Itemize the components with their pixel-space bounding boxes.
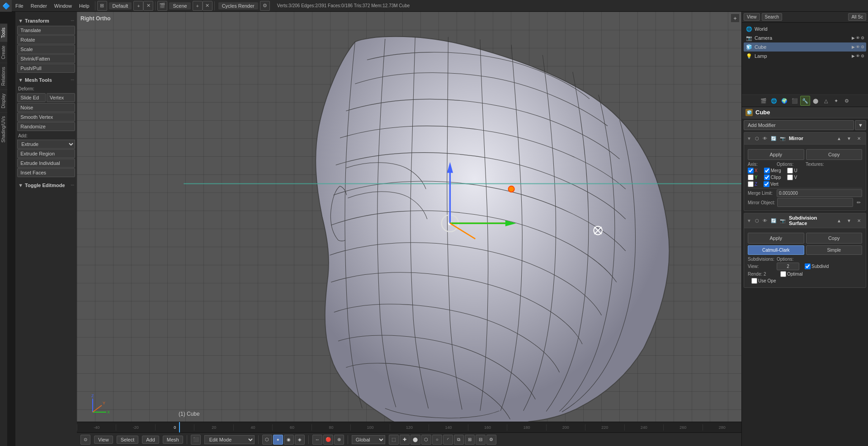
menu-window[interactable]: Window	[51, 0, 75, 12]
object-prop-icon[interactable]: ⬛	[790, 96, 800, 106]
scene-add-icon[interactable]: +	[193, 1, 203, 11]
render-prop-icon[interactable]: 🎬	[759, 96, 769, 106]
prop-icon[interactable]: ○	[432, 435, 442, 445]
outliner-item-cube[interactable]: 🧊 Cube ▶ 👁 ⚙	[744, 42, 866, 52]
left-tab-shading[interactable]: Shading/UVs	[0, 112, 7, 146]
rotate-btn[interactable]: Rotate	[17, 35, 75, 44]
data-prop-icon[interactable]: △	[821, 96, 831, 106]
pivot-icon[interactable]: ⊕	[334, 435, 344, 445]
shrink-fatten-btn[interactable]: Shrink/Fatten	[17, 54, 75, 63]
outliner-item-world[interactable]: 🌐 World	[744, 24, 866, 33]
right-view-btn[interactable]: View	[744, 13, 760, 21]
push-pull-btn[interactable]: Push/Pull	[17, 64, 75, 73]
subd-up-btn[interactable]: ▲	[835, 216, 843, 225]
catmull-clark-btn[interactable]: Catmull-Clark	[748, 245, 804, 255]
right-all-scenes-btn[interactable]: All Sc	[848, 13, 866, 21]
remove-layout-icon[interactable]: ✕	[143, 1, 153, 11]
u-checkbox[interactable]	[787, 168, 793, 174]
mirror-icon[interactable]: ⊟	[476, 435, 486, 445]
mirror-up-btn[interactable]: ▲	[835, 134, 843, 142]
manipulate-icon[interactable]: ✚	[400, 435, 410, 445]
mirror-object-value[interactable]	[777, 198, 853, 207]
randomize-btn[interactable]: Randomize	[17, 122, 75, 131]
left-tab-tools[interactable]: Tools	[0, 23, 7, 42]
rendered-icon[interactable]: ◈	[295, 435, 305, 445]
texture-icon[interactable]: ◉	[284, 435, 294, 445]
merge-limit-value[interactable]: 0.001000	[777, 189, 862, 197]
vertex-btn[interactable]: Vertex	[47, 93, 75, 102]
subd-copy-btn[interactable]: Copy	[806, 233, 863, 244]
smooth-vertex-btn[interactable]: Smooth Vertex	[17, 113, 75, 122]
scale-btn[interactable]: Scale	[17, 45, 75, 54]
outliner-item-camera[interactable]: 📷 Camera ▶ 👁 ⚙	[744, 33, 866, 42]
overlay-icon[interactable]: ⊞	[465, 435, 475, 445]
settings-icon[interactable]: ⚙	[486, 435, 496, 445]
layout-selector[interactable]: Default	[109, 2, 132, 9]
subd-down-btn[interactable]: ▼	[845, 216, 853, 225]
loop-icon[interactable]: ⬡	[421, 435, 431, 445]
scene-prop-icon[interactable]: 🌐	[769, 96, 779, 106]
mirror-close-btn[interactable]: ✕	[855, 134, 863, 142]
add-layout-icon[interactable]: +	[133, 1, 143, 11]
pivot-selector[interactable]: Global	[352, 435, 385, 444]
prop-falloff-icon[interactable]: ◜	[443, 435, 453, 445]
right-search-btn[interactable]: Search	[762, 13, 783, 21]
engine-selector[interactable]: Cycles Render	[218, 2, 258, 9]
clipping-checkbox[interactable]	[764, 174, 770, 180]
left-tab-display[interactable]: Display	[0, 89, 7, 112]
viewport[interactable]: Right Ortho Z X Y (1) Cube + -40	[77, 12, 741, 446]
slide-ed-btn[interactable]: Slide Ed	[17, 93, 46, 102]
noise-btn[interactable]: Noise	[17, 103, 75, 112]
scene-selector[interactable]: Scene	[169, 2, 190, 9]
transform-icon[interactable]: ↔	[312, 435, 322, 445]
menu-help[interactable]: Help	[75, 0, 93, 12]
inset-faces-btn[interactable]: Inset Faces	[17, 168, 75, 177]
modifier-prop-icon[interactable]: 🔧	[800, 96, 810, 106]
render-icon[interactable]: 🎬	[157, 1, 167, 11]
viewport-type-icon[interactable]: ⊙	[80, 435, 90, 445]
mode-selector[interactable]: Edit Mode Object Mode	[204, 435, 255, 444]
mirror-copy-btn[interactable]: Copy	[806, 149, 863, 160]
mesh-tools-header[interactable]: ▼ Mesh Tools ···	[17, 75, 75, 85]
merge-checkbox[interactable]	[764, 168, 770, 174]
physics-prop-icon[interactable]: ⚙	[842, 96, 852, 106]
viewport-add-btn[interactable]: +	[731, 14, 740, 23]
scene-remove-icon[interactable]: ✕	[203, 1, 212, 11]
manipulator-icon[interactable]: ⬚	[389, 435, 399, 445]
extrude-region-btn[interactable]: Extrude Region	[17, 149, 75, 158]
menu-file[interactable]: File	[12, 0, 27, 12]
mirror-down-btn[interactable]: ▼	[845, 134, 853, 142]
z-axis-checkbox[interactable]	[748, 181, 754, 187]
subd-apply-btn[interactable]: Apply	[748, 233, 804, 244]
simple-btn[interactable]: Simple	[806, 245, 863, 255]
useope-checkbox[interactable]	[751, 278, 757, 284]
subd-close-btn[interactable]: ✕	[855, 216, 863, 225]
left-tab-relations[interactable]: Relations	[0, 63, 7, 89]
world-prop-icon[interactable]: 🌍	[779, 96, 789, 106]
select-mode-icon[interactable]: ⬤	[410, 435, 420, 445]
onion-icon[interactable]: ⧉	[454, 435, 464, 445]
mirror-object-picker[interactable]: ✏	[855, 199, 862, 206]
x-axis-checkbox[interactable]	[748, 168, 754, 174]
wireframe-icon[interactable]: ⬡	[262, 435, 272, 445]
add-menu-btn[interactable]: Add	[142, 436, 159, 444]
mesh-menu-btn[interactable]: Mesh	[163, 436, 183, 444]
solid-icon[interactable]: ●	[273, 435, 283, 445]
mirror-apply-btn[interactable]: Apply	[748, 149, 804, 160]
subdivid-checkbox[interactable]	[805, 263, 811, 269]
vert-checkbox[interactable]	[764, 181, 769, 187]
toggle-editmode-header[interactable]: ▼ Toggle Editmode ···	[17, 181, 75, 190]
transform-section-header[interactable]: ▼ Transform ···	[17, 16, 75, 25]
particles-prop-icon[interactable]: ✦	[831, 96, 841, 106]
menu-render[interactable]: Render	[27, 0, 51, 12]
extrude-individual-btn[interactable]: Extrude Individual	[17, 159, 75, 168]
view-menu-btn[interactable]: View	[94, 436, 113, 444]
add-modifier-btn[interactable]: Add Modifier	[744, 120, 854, 130]
left-tab-create[interactable]: Create	[0, 42, 7, 63]
view-value[interactable]: 2	[777, 263, 799, 270]
screen-layout-icon[interactable]: ⊞	[97, 1, 107, 11]
material-prop-icon[interactable]: ⬤	[811, 96, 821, 106]
y-axis-checkbox[interactable]	[748, 174, 754, 180]
viewport-canvas[interactable]: Right Ortho Z X Y (1) Cube +	[77, 12, 741, 432]
outliner-item-lamp[interactable]: 💡 Lamp ▶ 👁 ⚙	[744, 52, 866, 61]
